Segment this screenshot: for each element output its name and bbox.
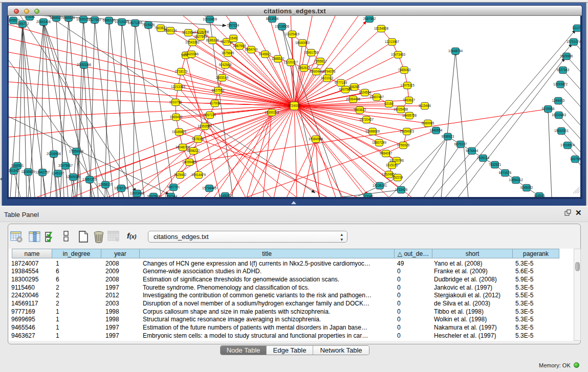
svg-text:10033809: 10033809 — [203, 17, 217, 21]
svg-text:62160: 62160 — [384, 102, 394, 105]
svg-text:9146821: 9146821 — [259, 52, 272, 56]
svg-text:6679197: 6679197 — [454, 142, 467, 146]
svg-text:10719185: 10719185 — [115, 20, 129, 24]
svg-text:15716485: 15716485 — [202, 186, 217, 190]
svg-text:7632621: 7632621 — [489, 163, 502, 166]
svg-text:7863822: 7863822 — [354, 108, 366, 112]
svg-text:16782759: 16782759 — [114, 186, 129, 190]
svg-text:1588520: 1588520 — [272, 57, 285, 60]
svg-text:2718179: 2718179 — [175, 70, 188, 73]
svg-text:3875685: 3875685 — [222, 51, 234, 55]
svg-text:8990448: 8990448 — [310, 70, 323, 73]
svg-text:16046788: 16046788 — [176, 145, 190, 149]
svg-text:19384554: 19384554 — [309, 137, 323, 141]
svg-text:10958107: 10958107 — [98, 183, 113, 186]
svg-text:14136141: 14136141 — [373, 184, 387, 187]
svg-text:1527602: 1527602 — [89, 18, 101, 21]
svg-text:16671385: 16671385 — [128, 21, 143, 25]
svg-text:12975115: 12975115 — [400, 83, 415, 87]
svg-text:9474444: 9474444 — [466, 149, 478, 152]
svg-text:8660124: 8660124 — [164, 29, 177, 32]
svg-text:17359924: 17359924 — [69, 149, 84, 153]
svg-text:9484067: 9484067 — [380, 151, 393, 155]
svg-text:6089965: 6089965 — [422, 121, 434, 125]
svg-text:4055712: 4055712 — [16, 22, 29, 26]
svg-text:1546: 1546 — [230, 36, 237, 40]
svg-text:8813054: 8813054 — [266, 17, 279, 20]
svg-text:111274: 111274 — [572, 26, 580, 30]
svg-text:8498222: 8498222 — [187, 149, 200, 152]
svg-text:9756928: 9756928 — [397, 143, 410, 147]
svg-text:1065527: 1065527 — [50, 16, 63, 19]
svg-text:9245052: 9245052 — [520, 186, 533, 189]
svg-text:23420046: 23420046 — [184, 52, 199, 56]
svg-text:10654112: 10654112 — [509, 178, 523, 182]
svg-text:5878352: 5878352 — [192, 137, 205, 141]
svg-text:7463627: 7463627 — [403, 98, 416, 102]
svg-text:19218506: 19218506 — [275, 25, 290, 28]
svg-text:1848501: 1848501 — [11, 164, 24, 167]
svg-text:9097588: 9097588 — [147, 194, 160, 197]
svg-text:10807487: 10807487 — [369, 95, 384, 99]
svg-text:12093872: 12093872 — [553, 82, 568, 86]
svg-text:1965493: 1965493 — [170, 115, 183, 119]
svg-text:16961758: 16961758 — [304, 51, 319, 54]
svg-text:18640910: 18640910 — [295, 41, 310, 45]
svg-text:12213383: 12213383 — [171, 85, 186, 89]
svg-text:1405572: 1405572 — [9, 18, 20, 22]
svg-text:12923448: 12923448 — [130, 191, 145, 195]
svg-text:1733426: 1733426 — [395, 188, 408, 191]
svg-text:7955812: 7955812 — [314, 59, 327, 63]
svg-text:16099489: 16099489 — [182, 160, 197, 164]
svg-text:10688609: 10688609 — [365, 129, 380, 133]
svg-text:20206556: 20206556 — [47, 152, 61, 156]
svg-text:1615152: 1615152 — [386, 163, 399, 167]
svg-text:9242848: 9242848 — [219, 63, 232, 67]
svg-text:18495758: 18495758 — [402, 114, 417, 117]
svg-text:10973493: 10973493 — [391, 53, 406, 56]
svg-text:9329906: 9329906 — [560, 54, 573, 58]
svg-text:15692901: 15692901 — [554, 129, 569, 133]
svg-text:1362615: 1362615 — [298, 66, 311, 70]
svg-text:15751074: 15751074 — [567, 40, 580, 43]
svg-text:8454749: 8454749 — [245, 48, 258, 51]
svg-text:7625402: 7625402 — [174, 173, 187, 177]
svg-text:16210643: 16210643 — [552, 113, 567, 117]
svg-text:7515526: 7515526 — [142, 23, 155, 27]
svg-text:20691406: 20691406 — [36, 20, 51, 24]
svg-text:8471676: 8471676 — [499, 171, 512, 174]
svg-text:3912954: 3912954 — [182, 31, 195, 34]
svg-text:11156829: 11156829 — [21, 170, 35, 173]
svg-text:12505195: 12505195 — [66, 175, 81, 179]
svg-text:18807249: 18807249 — [372, 141, 387, 144]
svg-text:391543: 391543 — [9, 169, 19, 172]
svg-text:9115466: 9115466 — [419, 104, 431, 107]
svg-text:17957265: 17957265 — [82, 178, 97, 181]
svg-text:6794078: 6794078 — [323, 70, 336, 73]
svg-text:1145197: 1145197 — [52, 171, 64, 175]
svg-text:3267110: 3267110 — [204, 113, 216, 117]
svg-text:20053346: 20053346 — [77, 63, 92, 67]
svg-text:30975867: 30975867 — [58, 164, 73, 167]
svg-text:924505: 924505 — [534, 194, 545, 197]
svg-text:13325419: 13325419 — [285, 32, 300, 36]
svg-text:1244415: 1244415 — [552, 99, 565, 102]
svg-text:1065526: 1065526 — [62, 16, 75, 19]
svg-text:19166825: 19166825 — [172, 130, 187, 134]
svg-text:1292344: 1292344 — [165, 194, 178, 197]
svg-text:2935114: 2935114 — [477, 156, 490, 160]
svg-text:3624554: 3624554 — [359, 91, 372, 94]
svg-text:8938923: 8938923 — [442, 135, 454, 138]
svg-text:9457791: 9457791 — [167, 185, 180, 189]
svg-text:973191: 973191 — [24, 16, 35, 18]
svg-text:6466160: 6466160 — [103, 18, 116, 22]
svg-text:8186328: 8186328 — [206, 38, 219, 42]
svg-text:10543382: 10543382 — [185, 40, 200, 44]
svg-text:252214: 252214 — [392, 176, 403, 179]
svg-text:9777169: 9777169 — [335, 81, 347, 84]
svg-text:10025438: 10025438 — [394, 107, 408, 111]
svg-text:12942757: 12942757 — [35, 170, 50, 174]
svg-text:117006: 117006 — [210, 101, 221, 105]
svg-text:15720407: 15720407 — [359, 118, 374, 121]
svg-text:19654923: 19654923 — [400, 129, 415, 133]
